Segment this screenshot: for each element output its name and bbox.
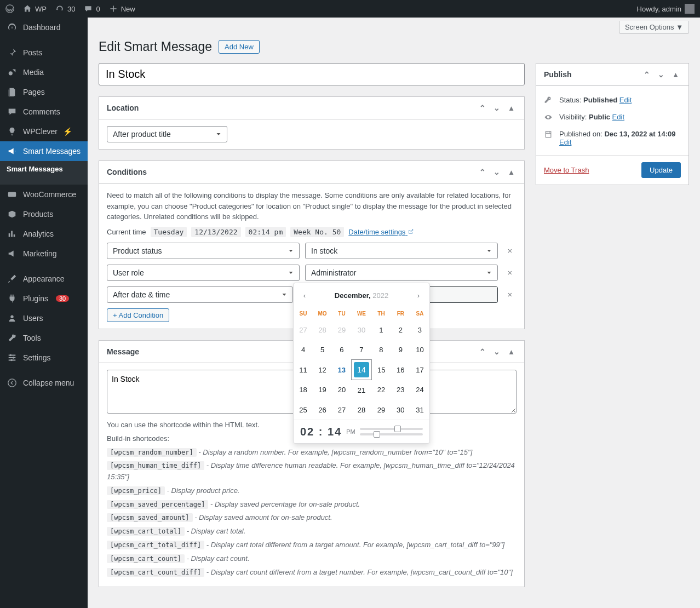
screen-options-button[interactable]: Screen Options ▼ — [619, 21, 689, 34]
hour-slider[interactable] — [360, 428, 423, 430]
account-link[interactable]: Howdy, admin — [637, 4, 695, 14]
submenu-smart-messages[interactable]: Smart Messages — [0, 161, 88, 177]
day-cell[interactable]: 27 — [334, 402, 349, 417]
move-up-icon[interactable]: ⌃ — [477, 102, 488, 113]
menu-smart-messages[interactable]: Smart Messages — [0, 141, 88, 161]
day-cell[interactable]: 13 — [334, 362, 349, 377]
location-select[interactable]: After product title — [107, 126, 227, 142]
day-cell[interactable]: 10 — [412, 342, 427, 357]
menu-wpclever[interactable]: WPClever⚡ — [0, 122, 88, 141]
day-cell[interactable]: 8 — [374, 342, 389, 357]
day-cell[interactable]: 31 — [412, 402, 427, 417]
day-cell[interactable]: 30 — [354, 322, 369, 337]
menu-marketing[interactable]: Marketing — [0, 244, 88, 263]
toggle-icon[interactable]: ▴ — [506, 167, 517, 177]
day-cell[interactable]: 5 — [315, 342, 330, 357]
condition-type-select[interactable]: Product status — [107, 243, 300, 259]
day-cell[interactable]: 28 — [354, 402, 369, 417]
menu-analytics[interactable]: Analytics — [0, 224, 88, 244]
add-condition-button[interactable]: + Add Condition — [107, 308, 169, 322]
post-title-input[interactable] — [99, 63, 525, 85]
edit-visibility-link[interactable]: Edit — [612, 113, 624, 121]
site-link[interactable]: WP — [23, 4, 47, 13]
menu-tools[interactable]: Tools — [0, 328, 88, 348]
day-cell[interactable]: 20 — [334, 382, 349, 398]
move-up-icon[interactable]: ⌃ — [477, 346, 488, 357]
remove-condition-button[interactable]: × — [503, 268, 517, 277]
menu-pages[interactable]: Pages — [0, 82, 88, 102]
day-cell[interactable]: 23 — [393, 382, 408, 398]
day-cell[interactable]: 25 — [296, 402, 311, 417]
wp-logo[interactable] — [5, 4, 14, 13]
submenu-add-new[interactable] — [0, 177, 88, 185]
day-cell[interactable]: 16 — [393, 362, 408, 377]
add-new-button[interactable]: Add New — [219, 40, 260, 54]
move-down-icon[interactable]: ⌄ — [656, 69, 667, 80]
edit-date-link[interactable]: Edit — [559, 138, 571, 146]
day-cell[interactable]: 26 — [315, 402, 330, 417]
datetime-settings-link[interactable]: Date/time settings — [348, 228, 414, 236]
day-cell[interactable]: 18 — [296, 382, 311, 398]
condition-value-select[interactable]: In stock — [305, 243, 498, 259]
update-button[interactable]: Update — [641, 162, 681, 178]
move-down-icon[interactable]: ⌄ — [491, 167, 502, 177]
menu-products[interactable]: Products — [0, 204, 88, 224]
svg-point-3 — [10, 316, 13, 318]
move-down-icon[interactable]: ⌄ — [491, 102, 502, 113]
menu-dashboard[interactable]: Dashboard — [0, 18, 88, 37]
menu-users[interactable]: Users — [0, 308, 88, 328]
day-cell[interactable]: 24 — [412, 382, 427, 398]
menu-woocommerce[interactable]: WooCommerce — [0, 185, 88, 204]
condition-value-select[interactable]: Administrator — [305, 265, 498, 281]
day-cell[interactable]: 4 — [296, 342, 311, 357]
day-cell[interactable]: 19 — [315, 382, 330, 398]
menu-posts[interactable]: Posts — [0, 43, 88, 62]
menu-settings[interactable]: Settings — [0, 348, 88, 368]
condition-type-select[interactable]: After date & time — [107, 286, 293, 303]
menu-comments[interactable]: Comments — [0, 102, 88, 122]
toggle-icon[interactable]: ▴ — [506, 346, 517, 357]
condition-type-select[interactable]: User role — [107, 265, 300, 281]
menu-appearance[interactable]: Appearance — [0, 269, 88, 289]
comments-link[interactable]: 0 — [84, 4, 100, 13]
day-cell[interactable]: 1 — [374, 322, 389, 337]
day-cell[interactable]: 29 — [374, 402, 389, 417]
new-link[interactable]: New — [109, 4, 135, 13]
minute-slider[interactable] — [360, 433, 423, 435]
edit-status-link[interactable]: Edit — [619, 96, 632, 104]
move-down-icon[interactable]: ⌄ — [491, 346, 502, 357]
move-up-icon[interactable]: ⌃ — [641, 69, 652, 80]
day-cell[interactable]: 3 — [412, 322, 427, 337]
day-cell[interactable]: 28 — [315, 322, 330, 337]
remove-condition-button[interactable]: × — [503, 290, 517, 299]
day-cell[interactable]: 2 — [393, 322, 408, 337]
day-cell[interactable]: 14 — [354, 362, 369, 377]
day-cell[interactable]: 9 — [393, 342, 408, 357]
move-to-trash-link[interactable]: Move to Trash — [544, 166, 589, 174]
day-cell[interactable]: 22 — [374, 382, 389, 398]
day-cell[interactable]: 15 — [374, 362, 389, 377]
remove-condition-button[interactable]: × — [503, 246, 517, 255]
day-cell[interactable]: 11 — [296, 362, 311, 377]
menu-media[interactable]: Media — [0, 62, 88, 82]
prev-month-button[interactable]: ‹ — [298, 289, 311, 302]
location-panel-title: Location — [107, 104, 139, 112]
day-cell[interactable]: 21 — [354, 382, 369, 398]
toggle-icon[interactable]: ▴ — [670, 69, 681, 80]
day-cell[interactable]: 7 — [354, 342, 369, 357]
day-cell[interactable]: 27 — [296, 322, 311, 337]
day-cell[interactable]: 12 — [315, 362, 330, 377]
day-cell[interactable]: 29 — [334, 322, 349, 337]
menu-collapse[interactable]: Collapse menu — [0, 373, 88, 393]
menu-plugins[interactable]: Plugins30 — [0, 289, 88, 308]
pages-icon — [7, 87, 18, 97]
updates-link[interactable]: 30 — [55, 4, 75, 13]
shortcode-item: [wpcsm_price] - Display product price. — [107, 485, 517, 497]
day-cell[interactable]: 17 — [412, 362, 427, 377]
day-cell[interactable]: 30 — [393, 402, 408, 417]
move-up-icon[interactable]: ⌃ — [477, 167, 488, 177]
day-cell[interactable]: 6 — [334, 342, 349, 357]
svg-point-4 — [10, 354, 12, 357]
next-month-button[interactable]: › — [412, 289, 425, 302]
toggle-icon[interactable]: ▴ — [506, 102, 517, 113]
